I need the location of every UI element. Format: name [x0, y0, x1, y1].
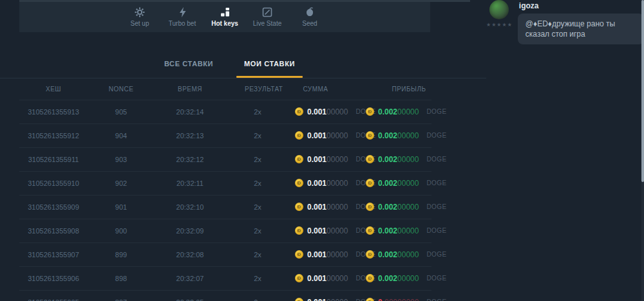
toolbar-item-label: Hot keys: [211, 20, 238, 27]
bet-amount: Ð0.00100000DOGE: [270, 203, 361, 212]
bet-result: 0x: [245, 298, 270, 301]
bet-nonce: 898: [107, 275, 135, 282]
bet-time: 20:32:09: [135, 227, 245, 235]
doge-coin-icon: Ð: [366, 298, 374, 301]
bet-row[interactable]: 310526135590589720:32:050xÐ0.00100000DOG…: [0, 290, 486, 301]
seed-icon: [305, 7, 315, 17]
doge-coin-icon: Ð: [295, 250, 303, 259]
bet-amount: Ð0.00100000DOGE: [270, 107, 361, 116]
chat-panel: ★★★★★IRINAПривет умники и умницы :)20:39…: [486, 0, 644, 301]
bet-row[interactable]: 310526135591290420:32:132xÐ0.00100000DOG…: [0, 123, 486, 147]
doge-coin-icon: Ð: [295, 226, 303, 235]
currency-label: DOGE: [426, 251, 446, 258]
bet-result: 2x: [245, 275, 270, 282]
bet-profit: Ð0.00200000DOGE: [361, 179, 457, 188]
doge-coin-icon: Ð: [295, 274, 303, 282]
col-header-hash: ХЕШ: [0, 86, 107, 93]
doge-coin-icon: Ð: [366, 226, 374, 235]
bet-time: 20:32:13: [135, 132, 245, 140]
bet-profit: Ð0.00200000DOGE: [361, 155, 457, 164]
bets-table-header: ХЕШ NONCE ВРЕМЯ РЕЗУЛЬТАТ СУММА ПРИБЫЛЬ: [0, 78, 486, 100]
currency-label: DOGE: [426, 108, 446, 115]
toolbar-item-hot-keys[interactable]: Hot keys: [209, 7, 241, 27]
currency-label: DOGE: [426, 156, 446, 163]
bet-row[interactable]: 310526135590990120:32:102xÐ0.00100000DOG…: [0, 195, 486, 219]
doge-coin-icon: Ð: [366, 107, 374, 116]
col-header-result: РЕЗУЛЬТАТ: [245, 86, 270, 93]
currency-label: DOGE: [426, 179, 446, 187]
doge-coin-icon: Ð: [366, 250, 374, 259]
bet-row[interactable]: 310526135591390520:32:142xÐ0.00100000DOG…: [0, 100, 486, 123]
doge-coin-icon: Ð: [366, 155, 374, 163]
bet-row[interactable]: 310526135590689820:32:072xÐ0.00100000DOG…: [0, 266, 486, 290]
doge-coin-icon: Ð: [295, 155, 303, 163]
bet-row[interactable]: 310526135591190320:32:122xÐ0.00100000DOG…: [0, 147, 486, 171]
toolbar-item-turbo-bet[interactable]: Turbo bet: [166, 7, 198, 27]
bet-profit: Ð0.00200000DOGE: [361, 107, 457, 116]
bet-hash: 3105261355905: [0, 298, 107, 301]
bet-profit: Ð0.00200000DOGE: [361, 274, 457, 283]
bet-profit: Ð0.00200000DOGE: [361, 203, 457, 212]
col-header-profit: ПРИБЫЛЬ: [361, 86, 457, 93]
dice-game-app: Set upTurbo betHot keysLive StateSeed ВС…: [0, 0, 644, 301]
chat-scrollbar-thumb[interactable]: [641, 0, 644, 182]
tab-all-bets[interactable]: ВСЕ СТАВКИ: [164, 50, 213, 78]
col-header-nonce: NONCE: [107, 86, 135, 93]
bet-hash: 3105261355907: [0, 251, 107, 259]
bet-amount: Ð0.00100000DOGE: [270, 250, 361, 259]
chat-username[interactable]: igoza: [519, 1, 644, 10]
doge-coin-icon: Ð: [366, 179, 374, 187]
bet-hash: 3105261355908: [0, 227, 107, 235]
bet-amount: Ð0.00100000DOGE: [270, 274, 361, 283]
doge-coin-icon: Ð: [295, 203, 303, 211]
chat-messages: ★★★★★IRINAПривет умники и умницы :)20:39…: [491, 3, 636, 59]
bet-profit: Ð0.00200000DOGE: [361, 131, 457, 140]
toolbar-item-label: Turbo bet: [169, 20, 196, 27]
bet-row[interactable]: 310526135590890020:32:092xÐ0.00100000DOG…: [0, 219, 486, 242]
hotkeys-icon: [220, 7, 230, 17]
bet-time: 20:32:10: [135, 203, 245, 211]
bet-result: 2x: [245, 132, 270, 140]
gear-icon: [135, 7, 145, 17]
bet-nonce: 904: [107, 132, 135, 140]
bet-hash: 3105261355913: [0, 108, 107, 116]
toolbar: Set upTurbo betHot keysLive StateSeed: [19, 2, 430, 32]
bet-amount: Ð0.00100000DOGE: [270, 226, 361, 235]
col-header-amount: СУММА: [270, 86, 361, 93]
bet-nonce: 902: [107, 179, 135, 187]
toolbar-item-label: Set up: [131, 20, 149, 27]
bet-profit: Ð0.00000000DOGE: [361, 298, 457, 301]
bet-time: 20:32:12: [135, 156, 245, 163]
toolbar-item-live-state[interactable]: Live State: [251, 7, 283, 27]
bets-table-body: 310526135591390520:32:142xÐ0.00100000DOG…: [0, 100, 486, 301]
bet-hash: 3105261355906: [0, 275, 107, 282]
bets-tabs: ВСЕ СТАВКИ МОИ СТАВКИ: [0, 50, 486, 78]
bet-nonce: 899: [107, 251, 135, 259]
bet-time: 20:32:14: [135, 108, 245, 116]
bet-profit: Ð0.00200000DOGE: [361, 250, 457, 259]
doge-coin-icon: Ð: [366, 274, 374, 282]
tab-my-bets[interactable]: МОИ СТАВКИ: [244, 50, 295, 78]
bet-amount: Ð0.00100000DOGE: [270, 131, 361, 140]
bets-section: Set upTurbo betHot keysLive StateSeed ВС…: [0, 0, 486, 301]
bet-result: 2x: [245, 179, 270, 187]
bet-result: 2x: [245, 108, 270, 116]
bet-row[interactable]: 310526135591090220:32:112xÐ0.00100000DOG…: [0, 171, 486, 195]
toolbar-item-set-up[interactable]: Set up: [124, 7, 156, 27]
bet-row[interactable]: 310526135590789920:32:082xÐ0.00100000DOG…: [0, 242, 486, 266]
doge-coin-icon: Ð: [366, 131, 374, 140]
bet-amount: Ð0.00100000DOGE: [270, 155, 361, 164]
doge-coin-icon: Ð: [295, 298, 303, 301]
bet-nonce: 897: [107, 298, 135, 301]
bet-amount: Ð0.00100000DOGE: [270, 179, 361, 188]
currency-label: DOGE: [426, 298, 446, 301]
bet-time: 20:32:07: [135, 275, 245, 282]
bet-nonce: 900: [107, 227, 135, 235]
currency-label: DOGE: [426, 132, 446, 139]
chat-bubble: @♦ED♦дружище рано ты сказал стоп игра: [518, 14, 644, 44]
currency-label: DOGE: [426, 275, 446, 282]
chat-scrollbar-track[interactable]: [641, 0, 644, 301]
toolbar-item-seed[interactable]: Seed: [294, 7, 326, 27]
bet-result: 2x: [245, 251, 270, 259]
avatar[interactable]: [489, 0, 509, 19]
